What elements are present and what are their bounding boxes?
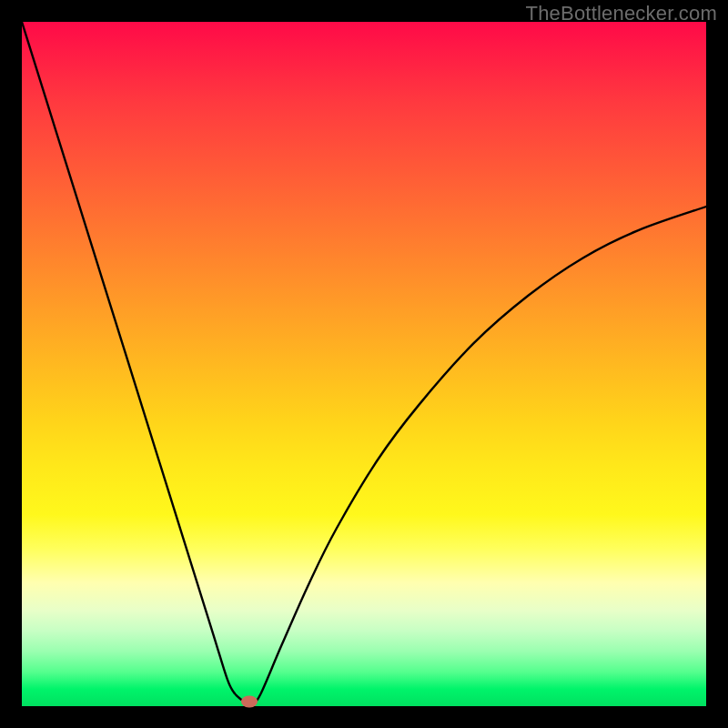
chart-frame: TheBottlenecker.com: [0, 0, 728, 728]
optimal-point-marker: [241, 696, 258, 708]
bottleneck-curve: [22, 22, 706, 706]
watermark-text: TheBottlenecker.com: [526, 2, 717, 25]
plot-area: [22, 22, 706, 706]
